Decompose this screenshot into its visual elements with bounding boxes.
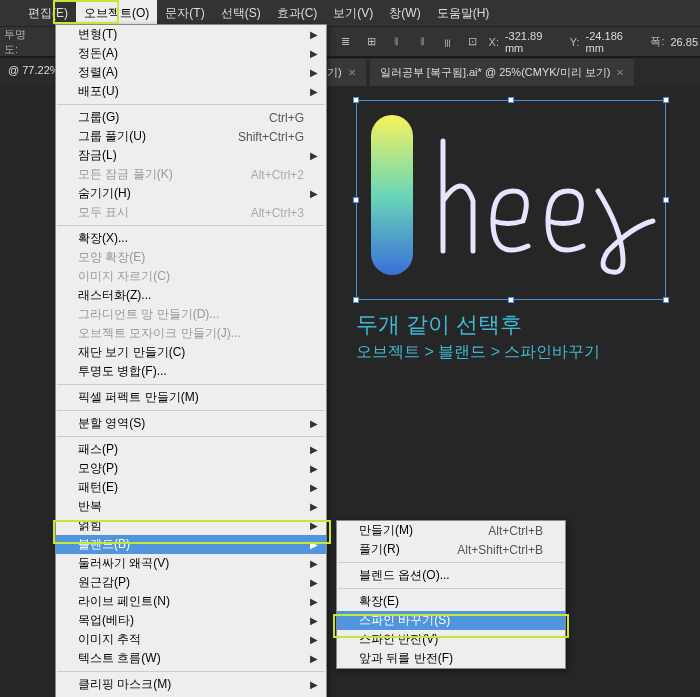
object-menu-item-30[interactable]: 블렌드(B)▶ [56,535,326,554]
menu-separator [338,562,564,563]
blend-submenu-item-6[interactable]: 스파인 바꾸기(S) [337,611,565,630]
y-value[interactable]: -24.186 mm [586,30,643,54]
menu-item-label: 숨기기(H) [78,185,131,202]
menubar: 편집(E) 오브젝트(O) 문자(T) 선택(S) 효과(C) 보기(V) 창(… [0,0,700,26]
align-icon-2[interactable]: ≣ [336,32,355,52]
submenu-arrow-icon: ▶ [310,482,318,493]
menu-item-label: 정돈(A) [78,45,118,62]
object-menu-item-7[interactable]: 잠금(L)▶ [56,146,326,165]
menubar-help[interactable]: 도움말(H) [429,0,498,26]
object-menu-item-34[interactable]: 목업(베타)▶ [56,611,326,630]
object-menu-item-31[interactable]: 둘러싸기 왜곡(V)▶ [56,554,326,573]
menubar-object[interactable]: 오브젝트(O) [76,0,157,26]
submenu-arrow-icon: ▶ [310,29,318,40]
tab-2[interactable]: 일러공부 [복구됨].ai* @ 25%(CMYK/미리 보기) ✕ [370,59,635,86]
submenu-arrow-icon: ▶ [310,86,318,97]
menu-item-label: 반복 [78,498,102,515]
object-menu-item-27[interactable]: 패턴(E)▶ [56,478,326,497]
object-menu-item-16: 그라디언트 망 만들기(D)... [56,305,326,324]
object-menu-item-9[interactable]: 숨기기(H)▶ [56,184,326,203]
menu-item-label: 배포(U) [78,83,119,100]
close-icon[interactable]: ✕ [616,67,624,78]
handle-bot-right[interactable] [663,297,669,303]
handle-mid-right[interactable] [663,197,669,203]
submenu-arrow-icon: ▶ [310,634,318,645]
object-menu-item-32[interactable]: 원근감(P)▶ [56,573,326,592]
menubar-edit[interactable]: 편집(E) [20,0,76,26]
object-menu-item-2[interactable]: 정렬(A)▶ [56,63,326,82]
menu-separator [57,410,325,411]
align-icon-3[interactable]: ⊞ [362,32,381,52]
handle-top-mid[interactable] [508,97,514,103]
handle-top-right[interactable] [663,97,669,103]
object-menu-item-36[interactable]: 텍스트 흐름(W)▶ [56,649,326,668]
blend-submenu-item-5[interactable]: 확장(E) [337,592,565,611]
object-menu-item-18[interactable]: 재단 보기 만들기(C) [56,343,326,362]
menu-item-label: 래스터화(Z)... [78,287,151,304]
object-menu-item-23[interactable]: 분할 영역(S)▶ [56,414,326,433]
handle-top-left[interactable] [353,97,359,103]
object-menu-item-26[interactable]: 모양(P)▶ [56,459,326,478]
object-menu-item-21[interactable]: 픽셀 퍼펙트 만들기(M) [56,388,326,407]
menu-item-label: 픽셀 퍼펙트 만들기(M) [78,389,199,406]
object-menu-item-15[interactable]: 래스터화(Z)... [56,286,326,305]
handle-bot-left[interactable] [353,297,359,303]
object-menu-item-3[interactable]: 배포(U)▶ [56,82,326,101]
menubar-text[interactable]: 문자(T) [157,0,212,26]
menubar-window[interactable]: 창(W) [381,0,428,26]
menubar-view[interactable]: 보기(V) [325,0,381,26]
object-menu-item-28[interactable]: 반복▶ [56,497,326,516]
object-menu-item-33[interactable]: 라이브 페인트(N)▶ [56,592,326,611]
distribute-icon-3[interactable]: ⫼ [438,32,457,52]
menu-shortcut: Alt+Ctrl+B [488,524,543,538]
menubar-effect[interactable]: 효과(C) [269,0,326,26]
menubar-select[interactable]: 선택(S) [213,0,269,26]
menu-item-label: 스파인 바꾸기(S) [359,612,450,629]
object-menu-item-19[interactable]: 투명도 병합(F)... [56,362,326,381]
object-menu-item-12[interactable]: 확장(X)... [56,229,326,248]
transform-icon[interactable]: ⊡ [463,32,482,52]
menu-item-label: 이미지 자르기(C) [78,268,170,285]
menu-item-label: 블렌드(B) [78,536,130,553]
blend-submenu-item-7[interactable]: 스파인 반전(V) [337,630,565,649]
submenu-arrow-icon: ▶ [310,418,318,429]
handle-mid-left[interactable] [353,197,359,203]
menu-item-label: 풀기(R) [359,541,400,558]
menu-item-label: 투명도 병합(F)... [78,363,167,380]
blend-submenu-item-1[interactable]: 풀기(R)Alt+Shift+Ctrl+B [337,540,565,559]
menu-item-label: 재단 보기 만들기(C) [78,344,185,361]
selection-bounding-box[interactable] [356,100,666,300]
submenu-arrow-icon: ▶ [310,67,318,78]
distribute-icon-1[interactable]: ⦀ [387,32,406,52]
object-menu-item-5[interactable]: 그룹(G)Ctrl+G [56,108,326,127]
handle-bot-mid[interactable] [508,297,514,303]
object-menu-item-6[interactable]: 그룹 풀기(U)Shift+Ctrl+G [56,127,326,146]
object-menu-item-38[interactable]: 클리핑 마스크(M)▶ [56,675,326,694]
blend-submenu-item-0[interactable]: 만들기(M)Alt+Ctrl+B [337,521,565,540]
menu-shortcut: Alt+Shift+Ctrl+B [457,543,543,557]
menu-item-label: 정렬(A) [78,64,118,81]
menu-separator [57,225,325,226]
x-value[interactable]: -321.89 mm [505,30,562,54]
submenu-arrow-icon: ▶ [310,444,318,455]
object-menu-item-0[interactable]: 변형(T)▶ [56,25,326,44]
hey-script-path[interactable] [423,131,663,281]
blend-submenu-item-3[interactable]: 블렌드 옵션(O)... [337,566,565,585]
object-menu-item-35[interactable]: 이미지 추적▶ [56,630,326,649]
distribute-icon-2[interactable]: ⫴ [412,32,431,52]
menu-separator [338,588,564,589]
menu-separator [57,384,325,385]
object-menu-item-1[interactable]: 정돈(A)▶ [56,44,326,63]
object-menu-item-29[interactable]: 얽힘▶ [56,516,326,535]
object-menu-item-13: 모양 확장(E) [56,248,326,267]
gradient-pill-shape[interactable] [371,115,413,275]
menu-item-label: 모양 확장(E) [78,249,145,266]
menu-item-label: 스파인 반전(V) [359,631,438,648]
menu-shortcut: Alt+Ctrl+3 [251,206,304,220]
close-icon[interactable]: ✕ [348,67,356,78]
x-label: X: [489,36,499,48]
menu-item-label: 텍스트 흐름(W) [78,650,161,667]
blend-submenu-item-8[interactable]: 앞과 뒤를 반전(F) [337,649,565,668]
w-value[interactable]: 26.85 [671,36,699,48]
object-menu-item-25[interactable]: 패스(P)▶ [56,440,326,459]
